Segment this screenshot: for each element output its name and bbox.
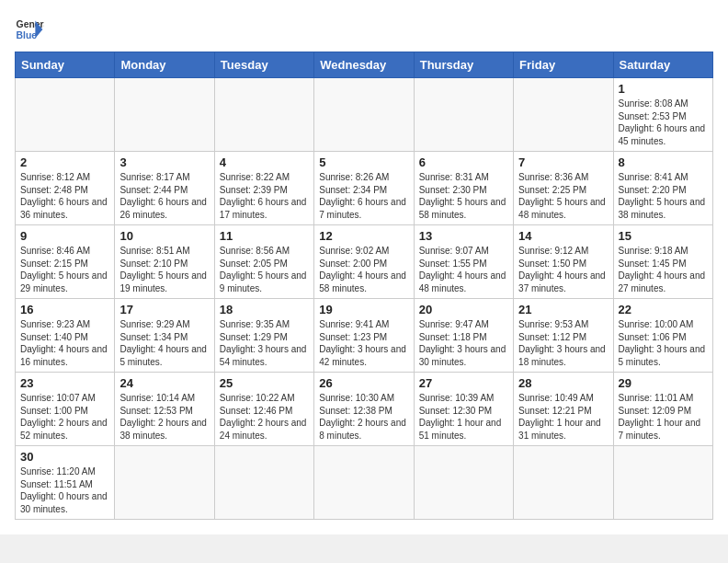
calendar-cell: 13Sunrise: 9:07 AM Sunset: 1:55 PM Dayli… [414, 225, 513, 299]
day-info: Sunrise: 8:41 AM Sunset: 2:20 PM Dayligh… [619, 171, 708, 221]
weekday-header-tuesday: Tuesday [214, 52, 313, 78]
weekday-header-monday: Monday [115, 52, 214, 78]
day-info: Sunrise: 8:36 AM Sunset: 2:25 PM Dayligh… [518, 171, 608, 221]
weekday-header-saturday: Saturday [613, 52, 712, 78]
day-info: Sunrise: 10:49 AM Sunset: 12:21 PM Dayli… [518, 392, 608, 442]
calendar-cell [613, 446, 712, 520]
day-info: Sunrise: 8:22 AM Sunset: 2:39 PM Dayligh… [220, 171, 309, 221]
day-number: 25 [220, 376, 309, 390]
day-info: Sunrise: 9:18 AM Sunset: 1:45 PM Dayligh… [619, 245, 708, 294]
day-number: 30 [20, 450, 109, 464]
day-info: Sunrise: 10:39 AM Sunset: 12:30 PM Dayli… [419, 392, 508, 442]
calendar-cell: 6Sunrise: 8:31 AM Sunset: 2:30 PM Daylig… [414, 152, 513, 225]
calendar-week-row: 30Sunrise: 11:20 AM Sunset: 11:51 AM Day… [16, 446, 713, 520]
day-number: 1 [619, 82, 708, 96]
day-info: Sunrise: 9:53 AM Sunset: 1:12 PM Dayligh… [518, 318, 608, 368]
calendar-cell: 17Sunrise: 9:29 AM Sunset: 1:34 PM Dayli… [115, 299, 214, 373]
day-number: 28 [518, 376, 608, 390]
day-number: 27 [419, 376, 508, 390]
calendar-cell [115, 446, 214, 520]
day-info: Sunrise: 10:07 AM Sunset: 1:00 PM Daylig… [20, 392, 109, 442]
day-number: 15 [619, 229, 708, 243]
day-info: Sunrise: 8:31 AM Sunset: 2:30 PM Dayligh… [419, 171, 508, 221]
day-number: 16 [20, 303, 109, 316]
calendar-cell [214, 446, 313, 520]
day-number: 22 [619, 303, 708, 316]
calendar-cell: 29Sunrise: 11:01 AM Sunset: 12:09 PM Day… [613, 373, 712, 446]
calendar-cell: 9Sunrise: 8:46 AM Sunset: 2:15 PM Daylig… [16, 225, 115, 299]
calendar-container: General Blue SundayMondayTuesdayWednesda… [0, 0, 728, 534]
day-info: Sunrise: 9:29 AM Sunset: 1:34 PM Dayligh… [119, 318, 209, 368]
calendar-week-row: 16Sunrise: 9:23 AM Sunset: 1:40 PM Dayli… [16, 299, 713, 373]
day-info: Sunrise: 11:20 AM Sunset: 11:51 AM Dayli… [20, 465, 109, 515]
day-number: 4 [220, 155, 309, 169]
svg-text:Blue: Blue [17, 30, 38, 40]
day-info: Sunrise: 9:35 AM Sunset: 1:29 PM Dayligh… [220, 318, 309, 368]
calendar-cell [16, 78, 115, 152]
day-number: 23 [20, 376, 109, 390]
logo-icon: General Blue [15, 15, 44, 44]
day-number: 14 [518, 229, 608, 243]
day-info: Sunrise: 8:17 AM Sunset: 2:44 PM Dayligh… [119, 171, 209, 221]
calendar-table: SundayMondayTuesdayWednesdayThursdayFrid… [15, 52, 713, 520]
day-number: 19 [319, 303, 408, 316]
day-number: 10 [119, 229, 209, 243]
calendar-cell: 8Sunrise: 8:41 AM Sunset: 2:20 PM Daylig… [613, 152, 712, 225]
day-number: 6 [419, 155, 508, 169]
calendar-cell [514, 78, 613, 152]
day-number: 5 [319, 155, 408, 169]
day-number: 21 [518, 303, 608, 316]
calendar-cell: 21Sunrise: 9:53 AM Sunset: 1:12 PM Dayli… [514, 299, 613, 373]
day-info: Sunrise: 8:46 AM Sunset: 2:15 PM Dayligh… [20, 245, 109, 294]
day-info: Sunrise: 8:51 AM Sunset: 2:10 PM Dayligh… [119, 245, 209, 294]
calendar-week-row: 23Sunrise: 10:07 AM Sunset: 1:00 PM Dayl… [16, 373, 713, 446]
calendar-cell: 10Sunrise: 8:51 AM Sunset: 2:10 PM Dayli… [115, 225, 214, 299]
calendar-cell: 14Sunrise: 9:12 AM Sunset: 1:50 PM Dayli… [514, 225, 613, 299]
day-number: 9 [20, 229, 109, 243]
calendar-cell: 12Sunrise: 9:02 AM Sunset: 2:00 PM Dayli… [314, 225, 414, 299]
day-number: 11 [220, 229, 309, 243]
weekday-header-sunday: Sunday [16, 52, 115, 78]
calendar-cell: 20Sunrise: 9:47 AM Sunset: 1:18 PM Dayli… [414, 299, 513, 373]
calendar-cell: 7Sunrise: 8:36 AM Sunset: 2:25 PM Daylig… [514, 152, 613, 225]
calendar-cell: 25Sunrise: 10:22 AM Sunset: 12:46 PM Day… [214, 373, 313, 446]
day-info: Sunrise: 8:12 AM Sunset: 2:48 PM Dayligh… [20, 171, 109, 221]
day-number: 12 [319, 229, 408, 243]
day-number: 2 [20, 155, 109, 169]
calendar-cell: 16Sunrise: 9:23 AM Sunset: 1:40 PM Dayli… [16, 299, 115, 373]
logo: General Blue [15, 15, 44, 44]
calendar-cell: 26Sunrise: 10:30 AM Sunset: 12:38 PM Day… [314, 373, 414, 446]
weekday-header-friday: Friday [514, 52, 613, 78]
calendar-cell: 1Sunrise: 8:08 AM Sunset: 2:53 PM Daylig… [613, 78, 712, 152]
calendar-cell: 11Sunrise: 8:56 AM Sunset: 2:05 PM Dayli… [214, 225, 313, 299]
calendar-cell [115, 78, 214, 152]
day-number: 7 [518, 155, 608, 169]
day-info: Sunrise: 9:41 AM Sunset: 1:23 PM Dayligh… [319, 318, 408, 368]
day-number: 18 [220, 303, 309, 316]
day-number: 17 [119, 303, 209, 316]
calendar-cell: 19Sunrise: 9:41 AM Sunset: 1:23 PM Dayli… [314, 299, 414, 373]
day-info: Sunrise: 10:30 AM Sunset: 12:38 PM Dayli… [319, 392, 408, 442]
day-info: Sunrise: 10:22 AM Sunset: 12:46 PM Dayli… [220, 392, 309, 442]
calendar-cell [414, 78, 513, 152]
calendar-cell: 23Sunrise: 10:07 AM Sunset: 1:00 PM Dayl… [16, 373, 115, 446]
day-info: Sunrise: 11:01 AM Sunset: 12:09 PM Dayli… [619, 392, 708, 442]
calendar-cell: 2Sunrise: 8:12 AM Sunset: 2:48 PM Daylig… [16, 152, 115, 225]
calendar-cell: 30Sunrise: 11:20 AM Sunset: 11:51 AM Day… [16, 446, 115, 520]
day-number: 24 [119, 376, 209, 390]
day-number: 3 [119, 155, 209, 169]
calendar-cell [414, 446, 513, 520]
weekday-header-wednesday: Wednesday [314, 52, 414, 78]
calendar-cell: 4Sunrise: 8:22 AM Sunset: 2:39 PM Daylig… [214, 152, 313, 225]
calendar-cell: 24Sunrise: 10:14 AM Sunset: 12:53 PM Day… [115, 373, 214, 446]
day-info: Sunrise: 9:12 AM Sunset: 1:50 PM Dayligh… [518, 245, 608, 294]
calendar-cell: 5Sunrise: 8:26 AM Sunset: 2:34 PM Daylig… [314, 152, 414, 225]
day-info: Sunrise: 8:26 AM Sunset: 2:34 PM Dayligh… [319, 171, 408, 221]
day-number: 26 [319, 376, 408, 390]
day-number: 20 [419, 303, 508, 316]
calendar-cell: 28Sunrise: 10:49 AM Sunset: 12:21 PM Day… [514, 373, 613, 446]
calendar-week-row: 2Sunrise: 8:12 AM Sunset: 2:48 PM Daylig… [16, 152, 713, 225]
day-number: 29 [619, 376, 708, 390]
day-number: 8 [619, 155, 708, 169]
header: General Blue [15, 15, 713, 44]
